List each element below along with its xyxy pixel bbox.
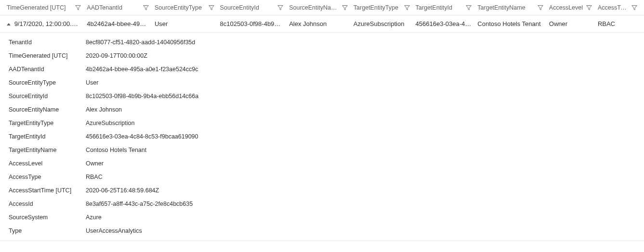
filter-icon[interactable] (538, 5, 543, 11)
cell-sourceentityname: Alex Johnson (286, 20, 351, 27)
detail-row: Type UserAccessAnalytics (5, 224, 644, 238)
column-label: AccessType (598, 4, 629, 11)
detail-key: SourceEntityType (9, 79, 86, 86)
detail-value: UserAccessAnalytics (86, 227, 142, 234)
detail-key: SourceEntityId (9, 93, 86, 100)
detail-key: TimeGenerated [UTC] (9, 52, 86, 59)
detail-row: SourceSystem Azure (5, 211, 644, 224)
filter-icon[interactable] (143, 5, 149, 11)
cell-timegenerated: 9/17/2020, 12:00:00.000 AM (4, 20, 84, 27)
detail-key: TenantId (9, 39, 86, 46)
detail-key: SourceEntityName (9, 106, 86, 113)
column-label: TimeGenerated [UTC] (7, 4, 66, 11)
cell-aadtenantid: 4b2462a4-bbee-495a... (84, 20, 152, 27)
cell-targetentityname: Contoso Hotels Tenant (474, 20, 546, 27)
detail-value: 456616e3-03ea-4c84-8c53-f9bcaa619090 (86, 133, 198, 140)
detail-key: AccessLevel (9, 160, 86, 167)
column-label: SourceEntityId (220, 4, 259, 11)
column-header-accesslevel[interactable]: AccessLevel (546, 4, 595, 11)
detail-row: SourceEntityId 8c102503-0f98-4b9b-9b4a-e… (5, 89, 644, 103)
detail-row: AADTenantId 4b2462a4-bbee-495a-a0e1-f23a… (5, 63, 644, 76)
filter-icon[interactable] (404, 5, 410, 11)
filter-icon[interactable] (75, 5, 81, 11)
column-header-targetentityid[interactable]: TargetEntityId (413, 4, 475, 11)
column-label: SourceEntityType (155, 4, 202, 11)
column-label: AADTenantId (87, 4, 122, 11)
detail-value: Contoso Hotels Tenant (86, 147, 146, 153)
filter-icon[interactable] (342, 5, 348, 11)
detail-row: AccessType RBAC (5, 170, 644, 184)
detail-row: AccessId 8e3af657-a8ff-443c-a75c-2fe8c4b… (5, 197, 644, 211)
cell-accesslevel: Owner (546, 20, 595, 27)
column-header-sourceentityname[interactable]: SourceEntityName (286, 4, 351, 11)
detail-key: AADTenantId (9, 66, 86, 73)
detail-row: SourceEntityType User (5, 76, 644, 89)
cell-sourceentitytype: User (152, 20, 217, 27)
detail-value: 4b2462a4-bbee-495a-a0e1-f23ae524cc9c (86, 66, 198, 73)
column-header-targetentitytype[interactable]: TargetEntityType (351, 4, 413, 11)
column-header-sourceentitytype[interactable]: SourceEntityType (152, 4, 217, 11)
detail-value: 8e3af657-a8ff-443c-a75c-2fe8c4bcb635 (86, 201, 193, 207)
detail-value: RBAC (86, 174, 103, 180)
detail-key: AccessStartTime [UTC] (9, 187, 86, 194)
detail-value: Azure (86, 214, 102, 221)
detail-row: AccessStartTime [UTC] 2020-06-25T16:48:5… (5, 184, 644, 197)
detail-value: AzureSubscription (86, 120, 134, 126)
detail-value: 8c102503-0f98-4b9b-9b4a-ebb56d14c66a (86, 93, 198, 100)
detail-row: TenantId 8ecf8077-cf51-4820-aadd-1404095… (5, 36, 644, 49)
detail-row: TargetEntityName Contoso Hotels Tenant (5, 143, 644, 157)
cell-targetentityid: 456616e3-03ea-4c8... (413, 20, 475, 27)
column-header-accesstype[interactable]: AccessType (595, 4, 640, 11)
cell-accesstype: RBAC (595, 20, 640, 27)
detail-value: 2020-09-17T00:00:00Z (86, 52, 147, 59)
filter-icon[interactable] (209, 5, 214, 11)
detail-key: AccessId (9, 201, 86, 207)
detail-key: TargetEntityType (9, 120, 86, 126)
detail-key: TargetEntityId (9, 133, 86, 140)
cell-sourceentityid: 8c102503-0f98-4b9b-... (217, 20, 287, 27)
detail-value: User (86, 79, 98, 86)
filter-icon[interactable] (586, 5, 592, 11)
detail-row: TargetEntityId 456616e3-03ea-4c84-8c53-f… (5, 130, 644, 143)
table-header-row: TimeGenerated [UTC] AADTenantId SourceEn… (0, 0, 644, 15)
detail-row: SourceEntityName Alex Johnson (5, 103, 644, 116)
detail-key: Type (9, 227, 86, 234)
detail-row: AccessLevel Owner (5, 157, 644, 170)
table-row[interactable]: 9/17/2020, 12:00:00.000 AM 4b2462a4-bbee… (0, 15, 644, 33)
column-label: TargetEntityType (354, 4, 398, 11)
column-label: SourceEntityName (289, 4, 339, 11)
cell-targetentitytype: AzureSubscription (351, 20, 413, 27)
filter-icon[interactable] (277, 5, 283, 11)
column-header-sourceentityid[interactable]: SourceEntityId (217, 4, 287, 11)
detail-row: TimeGenerated [UTC] 2020-09-17T00:00:00Z (5, 49, 644, 63)
column-header-targetentityname[interactable]: TargetEntityName (474, 4, 546, 11)
column-label: AccessLevel (549, 4, 583, 11)
column-label: TargetEntityId (416, 4, 452, 11)
column-header-aadtenantid[interactable]: AADTenantId (84, 4, 152, 11)
detail-key: TargetEntityName (9, 147, 86, 153)
detail-key: AccessType (9, 174, 86, 180)
detail-row: TargetEntityType AzureSubscription (5, 116, 644, 130)
filter-icon[interactable] (466, 5, 472, 11)
detail-value: 2020-06-25T16:48:59.684Z (86, 187, 159, 194)
detail-key: SourceSystem (9, 214, 86, 221)
detail-value: Owner (86, 160, 104, 167)
column-header-timegenerated[interactable]: TimeGenerated [UTC] (4, 4, 84, 11)
chevron-right-icon[interactable] (7, 23, 11, 25)
detail-value: Alex Johnson (86, 106, 122, 113)
column-label: TargetEntityName (477, 4, 525, 11)
detail-value: 8ecf8077-cf51-4820-aadd-14040956f35d (86, 39, 195, 46)
row-detail-panel: TenantId 8ecf8077-cf51-4820-aadd-1404095… (0, 33, 644, 241)
cell-value: 9/17/2020, 12:00:00.000 AM (14, 20, 84, 27)
filter-icon[interactable] (631, 5, 637, 11)
